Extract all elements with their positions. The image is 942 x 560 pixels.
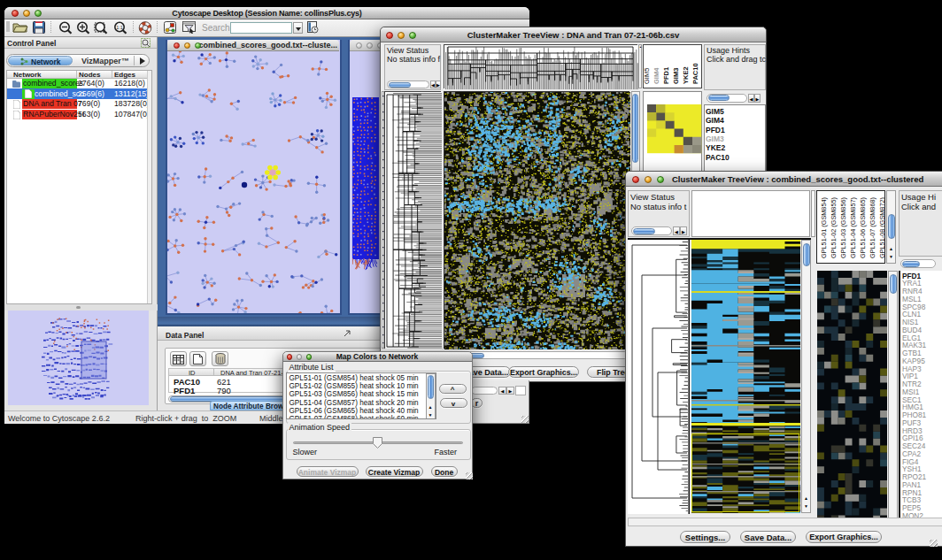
svg-text:1:1: 1:1 <box>116 25 123 30</box>
